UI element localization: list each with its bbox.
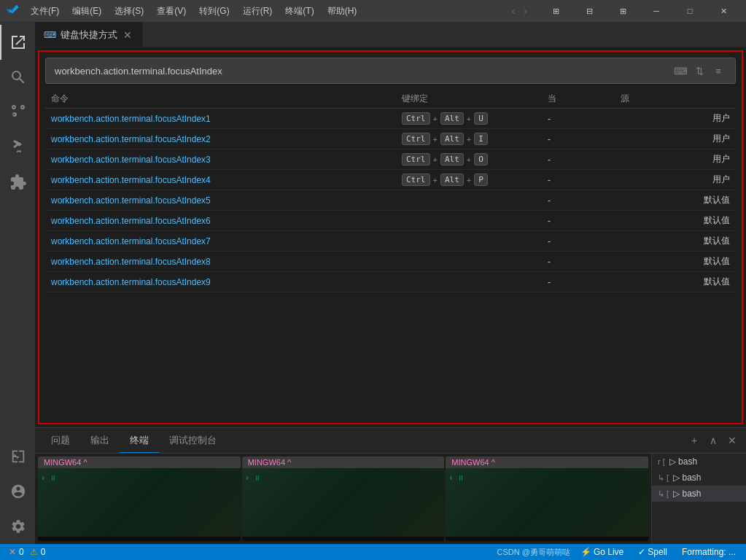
activity-item-extensions[interactable] bbox=[0, 165, 35, 200]
activity-item-run[interactable] bbox=[0, 130, 35, 165]
menu-file[interactable]: 文件(F) bbox=[25, 4, 65, 19]
search-bar: ⌨ ⇅ ≡ bbox=[45, 58, 736, 84]
panel-tab-problems[interactable]: 问题 bbox=[41, 428, 80, 453]
header-keybinding: 键绑定 bbox=[402, 93, 548, 105]
key-plus: + bbox=[433, 155, 438, 164]
keybinding-cell: Ctrl+Alt+I bbox=[402, 133, 548, 145]
when-cell: - bbox=[548, 175, 621, 185]
error-count: 0 bbox=[19, 547, 24, 557]
activity-item-account[interactable] bbox=[0, 474, 35, 509]
status-formatting[interactable]: Formatting: ... bbox=[677, 544, 740, 560]
key-plus: + bbox=[433, 114, 438, 123]
terminal-list-item-1[interactable]: r [ ▷ bash bbox=[652, 454, 746, 470]
terminal-pane-1-body[interactable]: ⬇ ⏸ bbox=[38, 468, 241, 537]
status-error-item[interactable]: ✕ 0 ⚠ 0 bbox=[6, 544, 48, 560]
terminal-pane-3[interactable]: MINGW64 ^ ⬇ ⏸ bbox=[446, 456, 648, 541]
activity-item-settings[interactable] bbox=[0, 509, 35, 544]
split-icon[interactable]: ⊟ bbox=[572, 0, 606, 22]
titlebar: 文件(F) 编辑(E) 选择(S) 查看(V) 转到(G) 运行(R) 终端(T… bbox=[0, 0, 746, 22]
terminal-pane-1[interactable]: MINGW64 ^ ⬇ ⏸ bbox=[38, 456, 241, 541]
table-row[interactable]: workbench.action.terminal.focusAtIndex7-… bbox=[45, 231, 736, 252]
panel-tabs: 问题 输出 终端 调试控制台 + ∧ ✕ bbox=[35, 428, 746, 454]
panel-tab-output[interactable]: 输出 bbox=[80, 428, 120, 453]
menu-view[interactable]: 查看(V) bbox=[151, 4, 192, 19]
status-go-live[interactable]: ⚡ Go Live bbox=[576, 544, 628, 560]
tab-close-button[interactable]: ✕ bbox=[122, 29, 133, 41]
new-terminal-button[interactable]: + bbox=[686, 432, 702, 448]
command-name: workbench.action.terminal.focusAtIndex4 bbox=[51, 175, 402, 185]
when-cell: - bbox=[548, 114, 621, 124]
terminal-pane-3-header: MINGW64 ^ bbox=[446, 456, 648, 468]
minimize-button[interactable]: ─ bbox=[640, 0, 673, 22]
record-keys-button[interactable]: ⌨ bbox=[672, 63, 688, 79]
keybindings-rows: workbench.action.terminal.focusAtIndex1C… bbox=[45, 109, 736, 292]
tab-keyboard-shortcuts[interactable]: ⌨ 键盘快捷方式 ✕ bbox=[35, 22, 143, 47]
menu-terminal[interactable]: 终端(T) bbox=[279, 4, 319, 19]
activity-item-explorer[interactable] bbox=[0, 25, 35, 60]
table-row[interactable]: workbench.action.terminal.focusAtIndex9-… bbox=[45, 272, 736, 292]
nav-forward-button[interactable]: › bbox=[521, 4, 530, 18]
table-row[interactable]: workbench.action.terminal.focusAtIndex4C… bbox=[45, 170, 736, 190]
layout-icon[interactable]: ⊞ bbox=[539, 0, 572, 22]
status-right: CSDN @勇哥萌萌哒 ⚡ Go Live ✓ Spell Formatting… bbox=[497, 544, 740, 560]
go-live-icon: ⚡ bbox=[580, 547, 591, 557]
panel-content: MINGW64 ^ ⬇ ⏸ MINGW64 ^ bbox=[35, 454, 746, 544]
key-badge: Ctrl bbox=[402, 174, 430, 186]
table-row[interactable]: workbench.action.terminal.focusAtIndex8-… bbox=[45, 252, 736, 272]
key-badge: Ctrl bbox=[402, 112, 430, 125]
activity-item-search[interactable] bbox=[0, 60, 35, 95]
key-badge: Alt bbox=[440, 133, 464, 145]
menu-run[interactable]: 运行(R) bbox=[237, 4, 279, 19]
search-input[interactable] bbox=[55, 66, 672, 77]
menu-edit[interactable]: 编辑(E) bbox=[66, 4, 107, 19]
table-row[interactable]: workbench.action.terminal.focusAtIndex3C… bbox=[45, 149, 736, 170]
activity-item-source-control[interactable] bbox=[0, 95, 35, 130]
menu-help[interactable]: 帮助(H) bbox=[322, 4, 363, 19]
nav-back-button[interactable]: ‹ bbox=[509, 4, 518, 18]
activity-item-remote[interactable] bbox=[0, 439, 35, 474]
table-row[interactable]: workbench.action.terminal.focusAtIndex2C… bbox=[45, 129, 736, 149]
table-row[interactable]: workbench.action.terminal.focusAtIndex5-… bbox=[45, 190, 736, 211]
editor-area: ⌨ ⇅ ≡ 命令 键绑定 当 源 workbench.action.termin… bbox=[38, 50, 743, 424]
tab-bar: ⌨ 键盘快捷方式 ✕ bbox=[35, 22, 746, 47]
key-badge: Alt bbox=[440, 174, 464, 186]
key-plus: + bbox=[467, 135, 471, 144]
source-cell: 默认值 bbox=[621, 214, 730, 227]
table-row[interactable]: workbench.action.terminal.focusAtIndex1C… bbox=[45, 109, 736, 129]
table-row[interactable]: workbench.action.terminal.focusAtIndex6-… bbox=[45, 211, 736, 231]
panel-close-button[interactable]: ✕ bbox=[724, 432, 740, 448]
more-options-button[interactable]: ≡ bbox=[710, 63, 726, 79]
source-cell: 默认值 bbox=[621, 255, 730, 268]
terminal-list-item-3[interactable]: ↳ [ ▷ bash bbox=[652, 486, 746, 502]
command-name: workbench.action.terminal.focusAtIndex8 bbox=[51, 257, 402, 267]
panel-up-button[interactable]: ∧ bbox=[705, 432, 721, 448]
panel-tab-debug[interactable]: 调试控制台 bbox=[159, 428, 227, 453]
main-layout: ⌨ 键盘快捷方式 ✕ ⌨ ⇅ ≡ 命令 键绑定 当 bbox=[0, 22, 746, 544]
warning-icon: ⚠ bbox=[30, 547, 38, 557]
keybinding-cell: Ctrl+Alt+U bbox=[402, 112, 548, 125]
sort-button[interactable]: ⇅ bbox=[691, 63, 707, 79]
terminal-pane-2-body[interactable]: ⬇ ⏸ bbox=[242, 468, 445, 537]
app-icon bbox=[6, 4, 20, 18]
grid-icon[interactable]: ⊞ bbox=[606, 0, 640, 22]
source-cell: 默认值 bbox=[621, 235, 730, 247]
command-name: workbench.action.terminal.focusAtIndex7 bbox=[51, 236, 402, 246]
menu-bar: 文件(F) 编辑(E) 选择(S) 查看(V) 转到(G) 运行(R) 终端(T… bbox=[25, 4, 500, 19]
key-badge: P bbox=[474, 174, 488, 186]
terminal-pane-3-body[interactable]: ⬇ ⏸ bbox=[446, 468, 648, 537]
when-cell: - bbox=[548, 216, 621, 226]
when-cell: - bbox=[548, 277, 621, 287]
restore-button[interactable]: □ bbox=[673, 0, 707, 22]
terminal-pane-2[interactable]: MINGW64 ^ ⬇ ⏸ bbox=[242, 456, 445, 541]
menu-goto[interactable]: 转到(G) bbox=[193, 4, 235, 19]
warning-count: 0 bbox=[41, 547, 46, 557]
close-button[interactable]: ✕ bbox=[707, 0, 740, 22]
terminal-main: MINGW64 ^ ⬇ ⏸ MINGW64 ^ bbox=[35, 454, 651, 544]
panel-tab-terminal[interactable]: 终端 bbox=[120, 428, 159, 453]
spell-label: Spell bbox=[648, 547, 667, 557]
key-plus: + bbox=[433, 135, 438, 144]
terminal-list-item-2[interactable]: ↳ [ ▷ bash bbox=[652, 470, 746, 486]
keybinding-cell: Ctrl+Alt+O bbox=[402, 153, 548, 166]
status-spell[interactable]: ✓ Spell bbox=[634, 544, 672, 560]
menu-select[interactable]: 选择(S) bbox=[109, 4, 149, 19]
